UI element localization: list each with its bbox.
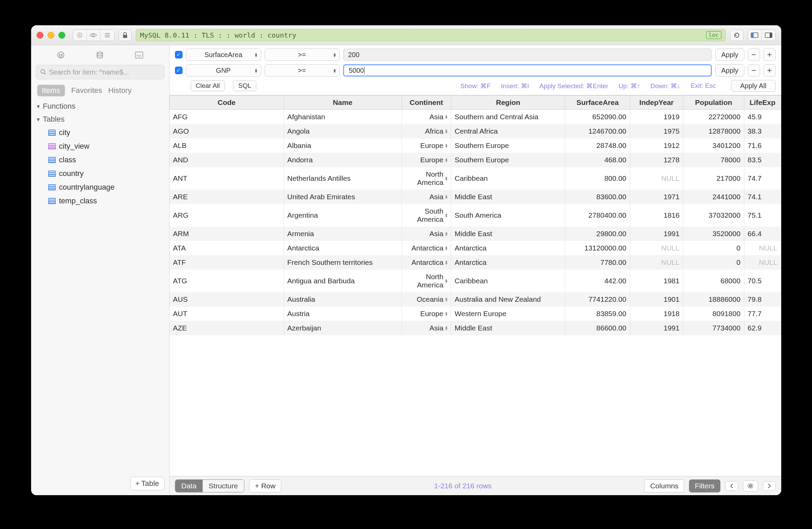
cell-Region[interactable]: Australia and New Zealand <box>451 292 565 307</box>
cell-Code[interactable]: ATG <box>170 270 284 292</box>
cell-SurfaceArea[interactable]: 800.00 <box>565 167 630 190</box>
tab-items[interactable]: Items <box>37 85 65 96</box>
cell-Continent[interactable]: Europe▴▾ <box>402 138 451 153</box>
cell-Population[interactable]: 78000 <box>683 153 744 167</box>
cell-Population[interactable]: 2441000 <box>683 190 744 204</box>
cell-Name[interactable]: French Southern territories <box>284 255 402 270</box>
cell-LifeExp[interactable]: 74.7 <box>744 167 781 190</box>
table-row[interactable]: AREUnited Arab EmiratesAsia▴▾Middle East… <box>170 190 781 204</box>
table-row[interactable]: AGOAngolaAfrica▴▾Central Africa1246700.0… <box>170 124 781 138</box>
cell-IndepYear[interactable]: NULL <box>630 241 683 255</box>
table-row[interactable]: ATFFrench Southern territoriesAntarctica… <box>170 255 781 270</box>
refresh-icon[interactable] <box>730 29 744 41</box>
cell-Code[interactable]: ALB <box>170 138 284 153</box>
sql-button[interactable]: SQL <box>233 80 256 91</box>
cell-SurfaceArea[interactable]: 83859.00 <box>565 307 630 321</box>
cell-LifeExp[interactable]: NULL <box>744 255 781 270</box>
cell-LifeExp[interactable]: 74.1 <box>744 190 781 204</box>
cell-Code[interactable]: AGO <box>170 124 284 138</box>
cell-Name[interactable]: Australia <box>284 292 402 307</box>
cell-Region[interactable]: Caribbean <box>451 167 565 190</box>
col-Region[interactable]: Region <box>451 96 565 110</box>
cell-Name[interactable]: Netherlands Antilles <box>284 167 402 190</box>
cell-SurfaceArea[interactable]: 652090.00 <box>565 110 630 124</box>
cell-Name[interactable]: Andorra <box>284 153 402 167</box>
database-icon[interactable] <box>94 50 106 60</box>
cell-Name[interactable]: Argentina <box>284 204 402 227</box>
add-table-button[interactable]: +Table <box>130 477 164 490</box>
table-row[interactable]: AUSAustraliaOceania▴▾Australia and New Z… <box>170 292 781 307</box>
cell-Name[interactable]: Albania <box>284 138 402 153</box>
tab-history[interactable]: History <box>108 86 132 95</box>
cell-IndepYear[interactable]: 1912 <box>630 138 683 153</box>
cell-Region[interactable]: Southern and Central Asia <box>451 110 565 124</box>
cell-IndepYear[interactable]: 1901 <box>630 292 683 307</box>
sql-icon[interactable]: SQL <box>133 50 145 60</box>
connection-bar[interactable]: MySQL 8.0.11 : TLS : : world : country l… <box>136 29 726 41</box>
cell-SurfaceArea[interactable]: 442.00 <box>565 270 630 292</box>
cell-LifeExp[interactable]: NULL <box>744 241 781 255</box>
filter-2-apply-button[interactable]: Apply <box>715 64 744 77</box>
cell-LifeExp[interactable]: 77.7 <box>744 307 781 321</box>
cell-IndepYear[interactable]: 1975 <box>630 124 683 138</box>
cell-SurfaceArea[interactable]: 7780.00 <box>565 255 630 270</box>
cell-Population[interactable]: 0 <box>683 241 744 255</box>
cell-Code[interactable]: ARE <box>170 190 284 204</box>
cell-Code[interactable]: ARG <box>170 204 284 227</box>
table-row[interactable]: ALBAlbaniaEurope▴▾Southern Europe28748.0… <box>170 138 781 153</box>
sidebar-toggle-icon[interactable] <box>748 30 762 41</box>
cell-Population[interactable]: 7734000 <box>683 321 744 335</box>
table-row[interactable]: AZEAzerbaijanAsia▴▾Middle East86600.0019… <box>170 321 781 335</box>
cell-Code[interactable]: ARM <box>170 227 284 241</box>
sidebar-table-city_view[interactable]: city_view <box>31 139 169 153</box>
cell-Code[interactable]: ATF <box>170 255 284 270</box>
data-tab[interactable]: Data <box>175 480 203 492</box>
cell-Continent[interactable]: Europe▴▾ <box>402 153 451 167</box>
next-page-button[interactable] <box>763 481 776 491</box>
col-LifeExp[interactable]: LifeExp <box>744 96 781 110</box>
cell-Population[interactable]: 3401200 <box>683 138 744 153</box>
cell-Code[interactable]: ANT <box>170 167 284 190</box>
cell-Name[interactable]: Austria <box>284 307 402 321</box>
tree-section-tables[interactable]: Tables <box>31 113 169 126</box>
filter-1-checkbox[interactable]: ✓ <box>175 51 182 58</box>
cell-LifeExp[interactable]: 38.3 <box>744 124 781 138</box>
cell-Code[interactable]: AZE <box>170 321 284 335</box>
cell-Region[interactable]: Middle East <box>451 190 565 204</box>
cell-IndepYear[interactable]: 1919 <box>630 110 683 124</box>
cell-Code[interactable]: AND <box>170 153 284 167</box>
cell-LifeExp[interactable]: 83.5 <box>744 153 781 167</box>
cell-Continent[interactable]: Antarctica▴▾ <box>402 255 451 270</box>
cell-Continent[interactable]: Asia▴▾ <box>402 227 451 241</box>
cell-Population[interactable]: 22720000 <box>683 110 744 124</box>
col-Name[interactable]: Name <box>284 96 402 110</box>
table-row[interactable]: ARGArgentinaSouthAmerica▴▾South America2… <box>170 204 781 227</box>
cell-IndepYear[interactable]: 1918 <box>630 307 683 321</box>
cell-Population[interactable]: 37032000 <box>683 204 744 227</box>
columns-button[interactable]: Columns <box>644 479 684 492</box>
cell-Code[interactable]: AFG <box>170 110 284 124</box>
col-SurfaceArea[interactable]: SurfaceArea <box>565 96 630 110</box>
cell-LifeExp[interactable]: 79.8 <box>744 292 781 307</box>
cell-LifeExp[interactable]: 75.1 <box>744 204 781 227</box>
cell-Region[interactable]: Southern Europe <box>451 138 565 153</box>
cell-Code[interactable]: AUS <box>170 292 284 307</box>
cell-IndepYear[interactable]: 1981 <box>630 270 683 292</box>
cell-Continent[interactable]: NorthAmerica▴▾ <box>402 270 451 292</box>
sidebar-table-class[interactable]: class <box>31 153 169 167</box>
cell-Name[interactable]: Antigua and Barbuda <box>284 270 402 292</box>
filter-2-checkbox[interactable]: ✓ <box>175 67 182 74</box>
cell-Population[interactable]: 12878000 <box>683 124 744 138</box>
cell-Region[interactable]: Antarctica <box>451 241 565 255</box>
sidebar-search-input[interactable]: Search for item: ^name$... <box>36 65 164 79</box>
cell-Code[interactable]: AUT <box>170 307 284 321</box>
cell-Region[interactable]: Central Africa <box>451 124 565 138</box>
cell-SurfaceArea[interactable]: 13120000.00 <box>565 241 630 255</box>
cell-Population[interactable]: 0 <box>683 255 744 270</box>
close-window-button[interactable] <box>37 32 43 39</box>
filter-1-remove-button[interactable]: − <box>748 49 760 61</box>
filter-2-column-select[interactable]: GNP▴▾ <box>186 64 261 77</box>
cell-Region[interactable]: Southern Europe <box>451 153 565 167</box>
cell-Population[interactable]: 18886000 <box>683 292 744 307</box>
structure-tab[interactable]: Structure <box>203 480 244 492</box>
